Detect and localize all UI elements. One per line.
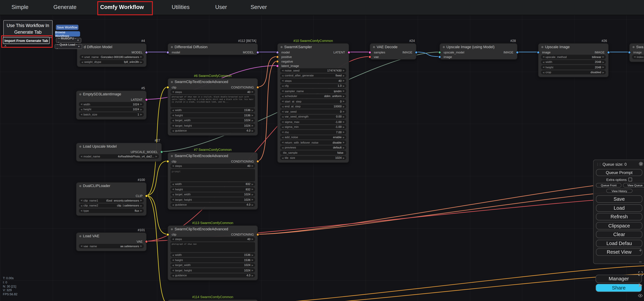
widget-clip_name2[interactable]: ◀clip_name2clip_l.safetensors▶ <box>79 203 144 208</box>
browse-workflows-button[interactable]: Browse Workflows <box>55 31 80 37</box>
widget-width[interactable]: ◀width1536▶ <box>170 253 255 257</box>
output-port-CONDITIONING[interactable] <box>256 86 259 89</box>
node-101[interactable]: #101Load VAEVAE◀vae_nameae.safetensors▶ <box>76 232 146 251</box>
save-workflow-button[interactable]: Save Workflow <box>56 25 78 30</box>
widget-clip_name1[interactable]: ◀clip_name1t5xxl_enconly.safetensors▶ <box>79 198 144 203</box>
share-button[interactable]: Share <box>596 284 642 292</box>
input-port-model[interactable] <box>276 51 279 54</box>
tab-comfy-workflow[interactable]: Comfy Workflow <box>100 0 144 15</box>
node-112[interactable]: #112 [BETA]Differential DiffusionmodelMO… <box>168 43 258 55</box>
widget-start_at_step[interactable]: ◀start_at_step0▶ <box>280 99 346 104</box>
widget-rho[interactable]: ◀rho7.00▶ <box>280 130 346 134</box>
output-port-CONDITIONING[interactable] <box>256 233 259 236</box>
collapse-dot-icon[interactable] <box>171 46 173 48</box>
collapse-dot-icon[interactable] <box>443 46 445 48</box>
collapse-dot-icon[interactable] <box>171 155 173 157</box>
collapse-dot-icon[interactable] <box>280 46 282 48</box>
output-port-IMAGE[interactable] <box>415 51 418 54</box>
widget-control_after_generate[interactable]: ◀control_after_generatefixed▶ <box>280 73 346 78</box>
manager-button[interactable]: Manager <box>596 275 642 283</box>
multigpu-select[interactable]: -- MultiGPU -- ▼ <box>56 38 82 43</box>
widget-width[interactable]: ◀width832▶ <box>170 182 255 186</box>
output-port-MODEL[interactable] <box>145 51 148 54</box>
widget-tile_size[interactable]: ◀tile_size1024▶ <box>280 156 346 160</box>
output-port-VAE[interactable] <box>145 240 148 243</box>
queue-front-button[interactable]: Queue Front <box>596 183 622 188</box>
collapse-dot-icon[interactable] <box>373 46 375 48</box>
fit-view-icon[interactable] <box>638 270 643 276</box>
prompt-textarea[interactable]: prompt <box>170 169 255 181</box>
node-24[interactable]: #24VAE DecodesamplesvaeIMAGE <box>370 43 416 60</box>
reset-view-button[interactable]: Reset View <box>596 248 642 256</box>
output-port-CONDITIONING[interactable] <box>256 160 259 163</box>
node-114[interactable]: #114 SwarmComfyCommon <box>168 299 258 301</box>
tab-generate[interactable]: Generate <box>53 0 76 15</box>
drag-handle-icon[interactable]: ⋮⋮ <box>596 162 601 166</box>
clear-button[interactable]: Clear <box>596 231 642 238</box>
widget-weight_dtype[interactable]: ◀weight_dtypefp8_e4m3fn▶ <box>80 60 144 64</box>
widget-height[interactable]: ◀height832▶ <box>170 187 255 191</box>
collapse-dot-icon[interactable] <box>79 93 81 95</box>
widget-tile_sample[interactable]: tile_samplefalse <box>280 151 346 155</box>
collapse-dot-icon[interactable] <box>79 235 81 237</box>
tab-utilities[interactable]: Utilities <box>172 0 190 15</box>
collapse-dot-icon[interactable] <box>632 46 634 48</box>
widget-previews[interactable]: ◀previewsdefault▶ <box>280 145 346 150</box>
widget-var_seed_strength[interactable]: ◀var_seed_strength0.00▶ <box>280 115 346 119</box>
widget-crop[interactable]: ◀cropdisabled▶ <box>541 70 606 75</box>
clipspace-button[interactable]: Clipspace <box>596 222 642 229</box>
queue-prompt-button[interactable]: Queue Prompt <box>596 169 642 176</box>
node-28[interactable]: #28Upscale Image (using Model)upscale_mo… <box>440 43 518 60</box>
output-port-LATENT[interactable] <box>348 51 350 54</box>
widget-target_height[interactable]: ◀target_height1024▶ <box>170 123 255 128</box>
input-port-positive[interactable] <box>276 56 279 58</box>
input-port-clip[interactable] <box>166 233 169 236</box>
output-port-UPSCALE_MODEL[interactable] <box>160 151 163 153</box>
widget-target_width[interactable]: ◀target_width1024▶ <box>170 263 255 267</box>
widget-upscale_method[interactable]: ◀upscale_methodbilinear▶ <box>541 55 606 59</box>
widget-var_seed[interactable]: ◀var_seed0▶ <box>280 109 346 114</box>
widget-guidance[interactable]: ◀guidance4.0▶ <box>170 129 255 133</box>
widget-type[interactable]: ◀typeflux▶ <box>79 208 144 213</box>
widget-height[interactable]: ◀height1536▶ <box>170 113 255 118</box>
widget-height[interactable]: ◀height2048▶ <box>541 65 606 69</box>
view-history-button[interactable]: View History <box>606 189 632 193</box>
widget-noise_seed[interactable]: ◀noise_seed174747430▶ <box>280 68 346 73</box>
node-10[interactable]: #10 SwarmComfyCommonSwarmKSamplermodelpo… <box>277 43 349 163</box>
node-4[interactable]: #4d Diffusion ModelMODEL◀unet_nameGonzal… <box>77 43 146 67</box>
widget-vae_name[interactable]: ◀vae_nameae.safetensors▶ <box>79 244 144 248</box>
widget-height[interactable]: ◀height1024▶ <box>79 107 144 111</box>
widget-unet_name[interactable]: ◀unet_nameGonzalez-000180.safetensors▶ <box>80 55 144 59</box>
output-port-IMAGE[interactable] <box>607 51 610 54</box>
node-26[interactable]: #26Upscale ImageimageIMAGE◀upscale_metho… <box>538 43 609 77</box>
input-port-clip[interactable] <box>166 86 169 89</box>
extra-options-checkbox[interactable] <box>628 178 632 181</box>
widget-target_height[interactable]: ◀target_height1024▶ <box>170 268 255 272</box>
gear-icon[interactable] <box>639 162 643 167</box>
input-port-latent_image[interactable] <box>276 65 279 68</box>
widget-width[interactable]: ◀width2048▶ <box>541 60 606 64</box>
output-port-LATENT[interactable] <box>145 98 148 101</box>
load-button[interactable]: Load <box>596 204 642 211</box>
load-default-button[interactable]: Load Defau <box>596 240 642 247</box>
input-port-model[interactable] <box>166 51 169 54</box>
input-port-image[interactable] <box>438 56 441 58</box>
widget-batch_size[interactable]: ◀batch_size1▶ <box>79 112 144 117</box>
view-queue-button[interactable]: View Queue <box>623 183 644 188</box>
widget-steps[interactable]: ◀steps40▶ <box>170 90 255 94</box>
input-port-vae[interactable] <box>368 56 371 58</box>
input-port-image[interactable] <box>537 51 540 54</box>
widget-index[interactable]: ◀index▶ <box>632 55 644 59</box>
send-icon[interactable] <box>638 282 643 288</box>
widget-steps[interactable]: ◀steps40▶ <box>170 237 255 241</box>
widget-steps[interactable]: ◀steps40▶ <box>280 79 346 83</box>
input-port-image[interactable] <box>628 51 631 54</box>
output-port-IMAGE[interactable] <box>516 51 519 54</box>
widget-sigma_max[interactable]: ◀sigma_max-1.00▶ <box>280 120 346 124</box>
eye-icon[interactable] <box>638 293 643 298</box>
input-port-negative[interactable] <box>276 60 279 63</box>
node-113[interactable]: #113 SwarmComfyCommonSwarmClipTextEncode… <box>168 225 258 280</box>
input-port-samples[interactable] <box>368 51 371 54</box>
collapse-caret-icon[interactable]: ^ <box>4 45 6 49</box>
collapse-dot-icon[interactable] <box>79 145 81 147</box>
